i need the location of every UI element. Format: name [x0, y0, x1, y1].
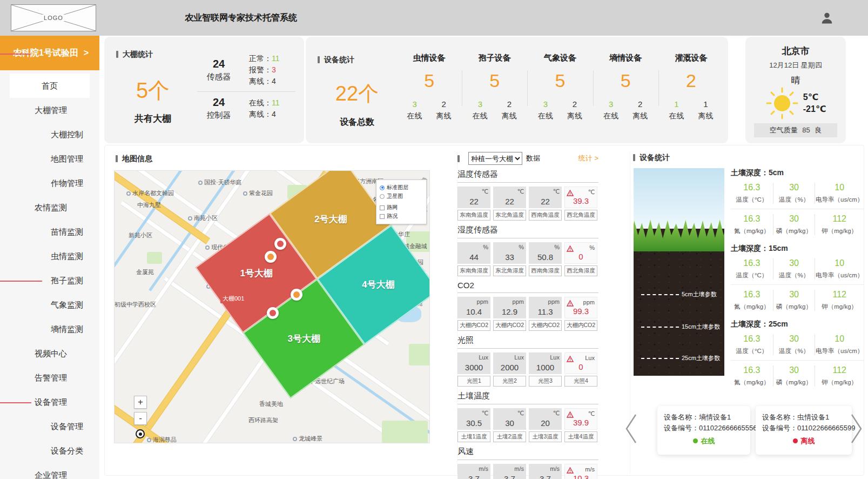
sidebar-item-7[interactable]: 虫情监测 — [0, 244, 99, 268]
sidebar-item-14[interactable]: 设备管理 — [0, 414, 99, 438]
online-label: 在线 — [473, 111, 488, 120]
device-carousel: 设备名称：墒情设备1设备编号：011022666665556在线设备名称：虫情设… — [630, 405, 864, 461]
device-status-text: 在线 — [701, 437, 715, 445]
radio-icon[interactable] — [380, 185, 385, 190]
sensor-tile-value-box: Lux1000 — [529, 352, 562, 374]
sidebar-item-4[interactable]: 作物管理 — [0, 171, 99, 195]
sidebar-item-5[interactable]: 农情监测 — [0, 195, 99, 219]
sidebar-menu: 首页大棚管理大棚控制地图管理作物管理农情监测苗情监测虫情监测孢子监测气象监测墒情… — [0, 74, 99, 479]
sidebar-item-1[interactable]: 大棚管理 — [0, 98, 99, 122]
greenhouse-polygon-label: 1号大棚 — [240, 267, 272, 280]
divider — [457, 348, 598, 349]
sensor-label: 东北角温度 — [493, 210, 526, 221]
sidebar-item-16[interactable]: 企业管理 — [0, 463, 99, 479]
soil-value: 16.3 — [731, 214, 773, 224]
carousel-prev-button[interactable] — [623, 411, 639, 446]
sensor-unit: Lux — [479, 354, 488, 361]
user-icon[interactable] — [819, 10, 835, 25]
device-card-1[interactable]: 设备名称：虫情设备1设备编号：011022666665599离线 — [756, 406, 852, 455]
status-line: 报警：3 — [249, 64, 280, 76]
device-card-0[interactable]: 设备名称：墒情设备1设备编号：011022666665556在线 — [657, 406, 750, 455]
map-label-text: 中海九墅 — [137, 201, 161, 209]
map-zoom-out-button[interactable]: - — [134, 412, 147, 425]
soil-value: 30 — [773, 290, 815, 300]
map-pin-icon — [126, 191, 131, 196]
soil-depth-marker: 5cm土壤参数 — [641, 290, 717, 298]
category-count: 5 — [527, 70, 593, 91]
map-locate-icon[interactable] — [136, 429, 145, 438]
sensor-unit: % — [589, 244, 595, 251]
soil-depth-group-2: 土壤深度：25cm16.3温度（°C）30温度（%）10电导率（us/cm）16… — [731, 320, 864, 387]
map-park — [409, 344, 430, 365]
greenhouse-polygon-label: 4号大棚 — [362, 278, 394, 291]
sidebar-item-3[interactable]: 地图管理 — [0, 147, 99, 171]
layer-option-1[interactable]: 卫星图 — [380, 192, 423, 201]
device-count-block: 24控制器 — [197, 96, 240, 121]
alarm-icon — [567, 355, 574, 364]
marker-pin-icon[interactable] — [267, 307, 279, 319]
sensor-section-0: 温度传感器℃22东南角温度℃22东北角温度℃22西南角温度℃39.3西北角温度 — [457, 169, 598, 221]
map-label: 中海九墅 — [137, 201, 161, 209]
soil-label: 钾（mg/kg） — [815, 303, 864, 311]
soil-data-row: 16.3温度（°C）30温度（%）10电导率（us/cm） — [731, 334, 864, 355]
soil-data-cell: 16.3温度（°C） — [731, 258, 773, 280]
layer-option-0[interactable]: 标准图层 — [380, 183, 423, 192]
sensor-value: 12.9 — [493, 307, 526, 316]
air-quality-label: 空气质量 — [770, 126, 798, 134]
sensor-tile: ppm12.9大棚内CO2 — [493, 297, 526, 331]
soil-depth-marker-label: 25cm土壤参数 — [682, 354, 720, 362]
sidebar-item-9[interactable]: 气象监测 — [0, 292, 99, 317]
soil-label: 电导率（us/cm） — [815, 196, 864, 204]
status-line: 在线：11 — [249, 97, 280, 109]
sensor-unit: % — [483, 244, 488, 250]
checkbox-icon[interactable] — [380, 205, 385, 210]
sensor-unit: ppm — [513, 298, 524, 305]
radio-icon[interactable] — [380, 194, 385, 199]
marker-pin-icon[interactable] — [265, 251, 277, 263]
device-category-1: 孢子设备53在线2离线 — [462, 53, 527, 121]
sidebar-item-15[interactable]: 设备分类 — [0, 438, 99, 463]
soil-label: 温度（°C） — [731, 271, 773, 280]
stats-link[interactable]: 统计 > — [578, 154, 598, 163]
carousel-next-button[interactable] — [849, 411, 865, 446]
sensor-unit: ℃ — [553, 188, 560, 195]
sensor-tile: m/s3.7风速3 — [529, 464, 562, 479]
offline-value: 2 — [436, 99, 452, 109]
sensor-section-2: CO2ppm10.4大棚内CO2ppm12.9大棚内CO2ppm11.3大棚内C… — [457, 281, 598, 331]
layer-option-3[interactable]: 路况 — [380, 212, 423, 221]
map-label: 金厦苑 — [136, 268, 154, 276]
map[interactable]: 国投·天骄华庭钱江方洲南区水岸名都文翰园紫金花园中海九墅东进路文华名城大宇花苑南… — [114, 170, 430, 443]
sensor-unit: ℃ — [588, 410, 595, 417]
map-label-text: 大棚001 — [223, 295, 244, 303]
checkbox-icon[interactable] — [380, 214, 385, 219]
divider — [457, 292, 598, 293]
sidebar-item-11[interactable]: 视频中心 — [0, 341, 99, 365]
marker-pin-icon[interactable] — [274, 238, 286, 250]
offline-count: 2离线 — [436, 99, 452, 121]
map-label-text: 南苑小区 — [194, 214, 218, 222]
sensor-tile-value-box: ℃22 — [529, 187, 562, 208]
device-status-text: 离线 — [801, 437, 815, 445]
sidebar-item-6[interactable]: 苗情监测 — [0, 219, 99, 244]
sensor-value: 1000 — [529, 363, 562, 372]
sensor-section-4: 土壤温度℃30.5土壤1温度℃30土壤2温度℃20土壤3温度℃39.9土壤4温度 — [457, 391, 598, 442]
sidebar-item-10[interactable]: 墒情监测 — [0, 317, 99, 341]
sensor-tile-value-box: ppm11.3 — [529, 297, 562, 318]
layer-option-2[interactable]: 路网 — [380, 203, 423, 212]
sidebar-item-0[interactable]: 首页 — [10, 74, 90, 98]
farm-selector[interactable]: 农科院1号试验田 > — [0, 36, 99, 70]
status-line: 离线：4 — [249, 76, 280, 87]
sidebar-item-2[interactable]: 大棚控制 — [0, 122, 99, 147]
soil-panel-title: 设备统计 — [633, 153, 670, 163]
soil-label: 温度（%） — [773, 196, 815, 204]
map-zoom-in-button[interactable]: + — [134, 396, 147, 409]
offline-label: 离线 — [567, 111, 582, 120]
soil-device-panel: 设备统计 5cm土壤参数15cm土壤参数25cm土壤参数 土壤深度：5cm16.… — [630, 152, 864, 474]
device-category-columns: 虫情设备53在线2离线孢子设备53在线2离线气象设备53在线2离线墒情设备53在… — [396, 53, 724, 121]
marker-pin-icon[interactable] — [291, 289, 302, 301]
greenhouse-select[interactable]: 种植一号大棚 — [468, 152, 522, 165]
sensor-value: 22 — [457, 197, 490, 206]
sidebar-item-12[interactable]: 告警管理 — [0, 365, 99, 390]
sensor-tile: Lux2000光照2 — [493, 352, 526, 387]
sensor-tile: m/s3.7风速2 — [493, 464, 526, 479]
